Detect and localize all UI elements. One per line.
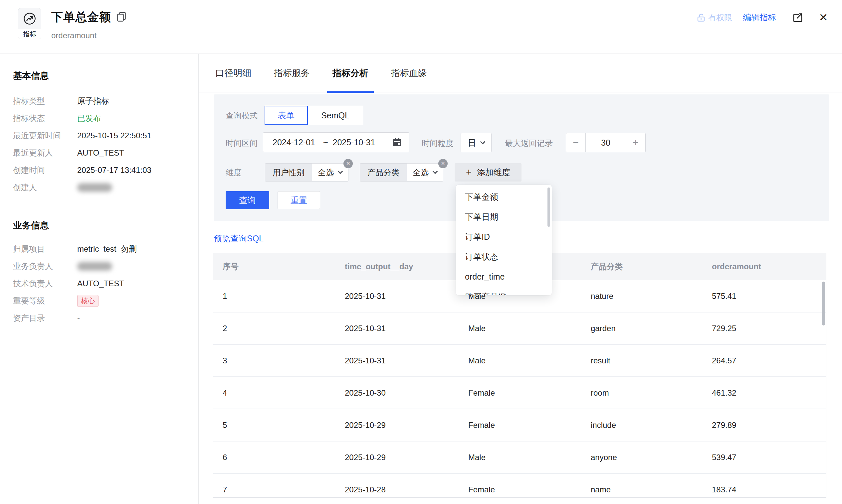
metric-type-badge: 指标: [18, 8, 41, 39]
table-cell: result: [566, 345, 689, 376]
field-label: 指标状态: [13, 113, 77, 124]
tab-口径明细[interactable]: 口径明细: [215, 54, 251, 92]
mode-option-SemQL[interactable]: SemQL: [308, 106, 363, 125]
open-in-window-icon[interactable]: [792, 12, 803, 23]
table-cell: 2025-10-31: [328, 345, 443, 376]
table-cell: 729.25: [689, 312, 825, 344]
metric-trend-icon: [18, 8, 41, 29]
table-row: 52025-10-29Femaleinclude279.89: [213, 409, 826, 442]
dropdown-item[interactable]: 订单状态: [456, 247, 552, 267]
tab-指标血缘[interactable]: 指标血缘: [391, 54, 427, 92]
field-row: 重要等级核心: [13, 292, 192, 309]
table-cell: Male: [443, 442, 566, 473]
max-records-label: 最大返回记录: [505, 138, 553, 149]
tab-指标分析[interactable]: 指标分析: [332, 54, 368, 92]
field-row: 指标类型原子指标: [13, 92, 192, 110]
permission-label: 有权限: [708, 12, 732, 23]
importance-badge: 核心: [77, 295, 99, 307]
close-icon[interactable]: ✕: [819, 12, 828, 23]
field-label: 指标类型: [13, 96, 77, 106]
stepper-minus-button[interactable]: −: [566, 133, 586, 152]
add-dimension-dropdown: 下单金额下单日期订单ID订单状态order_time购买产品ID: [456, 185, 552, 295]
info-sidebar: 基本信息 指标类型原子指标指标状态已发布最近更新时间2025-10-15 22:…: [0, 54, 199, 504]
table-scrollbar[interactable]: [822, 282, 825, 325]
query-button[interactable]: 查询: [226, 191, 269, 209]
business-info-title: 业务信息: [13, 219, 49, 231]
table-cell: Male: [443, 345, 566, 376]
tab-bar: 口径明细指标服务指标分析指标血缘: [199, 54, 842, 92]
field-label: 技术负责人: [13, 278, 77, 289]
remove-dimension-icon[interactable]: ✕: [438, 159, 448, 168]
preview-sql-link[interactable]: 预览查询SQL: [214, 233, 263, 244]
table-row: 32025-10-31Maleresult264.57: [213, 345, 826, 377]
field-label: 业务负责人: [13, 261, 77, 272]
chevron-down-icon: [338, 169, 343, 174]
table-cell: room: [566, 377, 689, 409]
max-records-value[interactable]: 30: [585, 133, 626, 152]
query-mode-label: 查询模式: [226, 110, 258, 121]
dropdown-item[interactable]: 订单ID: [456, 227, 552, 247]
table-cell: garden: [566, 312, 689, 344]
edit-metric-link[interactable]: 编辑指标: [743, 12, 776, 23]
redacted-value: [77, 183, 112, 192]
field-value: metric_test_勿删: [77, 244, 137, 254]
plus-icon: +: [466, 167, 471, 178]
dropdown-item[interactable]: 下单日期: [456, 207, 552, 227]
table-row: 42025-10-30Femaleroom461.32: [213, 377, 826, 409]
field-label: 重要等级: [13, 295, 77, 306]
date-range-start: 2024-12-01: [273, 138, 315, 147]
table-cell: 1: [213, 280, 328, 312]
add-dimension-button[interactable]: +添加维度: [454, 163, 521, 181]
permission-indicator: 有权限: [696, 12, 732, 23]
table-cell: Female: [443, 409, 566, 441]
field-row: 指标状态已发布: [13, 110, 192, 127]
date-range-separator: ~: [323, 138, 328, 147]
field-row: 归属项目metric_test_勿删: [13, 240, 192, 258]
table-cell: 264.57: [689, 345, 825, 376]
dropdown-item[interactable]: 下单金额: [456, 187, 552, 207]
field-label: 归属项目: [13, 244, 77, 254]
granularity-value: 日: [468, 137, 476, 148]
field-row: 创建人: [13, 179, 192, 196]
field-label: 资产目录: [13, 313, 77, 323]
dimension-tags: 用户性别全选✕产品分类全选✕+添加维度: [265, 163, 521, 181]
table-cell: 2025-10-31: [328, 312, 443, 344]
dimension-tag: 用户性别全选✕: [265, 163, 348, 181]
field-label: 最近更新人: [13, 148, 77, 158]
dimension-selection[interactable]: 全选: [407, 164, 443, 181]
copy-icon[interactable]: [117, 11, 126, 22]
column-header: orderamount: [689, 253, 825, 280]
field-value: 原子指标: [77, 96, 109, 106]
table-cell: 5: [213, 409, 328, 441]
chevron-down-icon: [433, 169, 438, 174]
mode-option-表单[interactable]: 表单: [264, 106, 308, 125]
top-bar: 指标 下单总金额 orderamount 有权限 编辑指标: [0, 0, 842, 54]
table-cell: 2025-10-31: [328, 280, 443, 312]
table-cell: 2025-10-29: [328, 409, 443, 441]
table-cell: 461.32: [689, 377, 825, 409]
tab-指标服务[interactable]: 指标服务: [274, 54, 310, 92]
sidebar-divider: [13, 207, 186, 207]
granularity-select[interactable]: 日: [461, 133, 492, 152]
date-range-end: 2025-10-31: [333, 138, 375, 147]
dropdown-scrollbar[interactable]: [548, 187, 550, 227]
page-subtitle: orderamount: [51, 31, 126, 40]
dimension-tag: 产品分类全选✕: [360, 163, 443, 181]
table-cell: nature: [566, 280, 689, 312]
table-cell: 2025-10-28: [328, 474, 443, 498]
dropdown-item[interactable]: order_time: [456, 267, 552, 287]
date-range-input[interactable]: 2024-12-01 ~ 2025-10-31: [263, 132, 409, 152]
dimension-selection[interactable]: 全选: [312, 164, 348, 181]
remove-dimension-icon[interactable]: ✕: [343, 159, 353, 168]
basic-info-title: 基本信息: [13, 70, 49, 82]
table-row: 72025-10-28Femalename183.74: [213, 474, 826, 498]
table-cell: Male: [443, 312, 566, 344]
add-dimension-label: 添加维度: [477, 167, 510, 178]
table-cell: 2: [213, 312, 328, 344]
reset-button[interactable]: 重置: [278, 191, 320, 209]
dropdown-item[interactable]: 购买产品ID: [456, 287, 552, 295]
table-row: 62025-10-29Maleanyone539.47: [213, 442, 826, 474]
stepper-plus-button[interactable]: +: [626, 133, 646, 152]
field-value: 2025-07-17 13:41:03: [77, 165, 151, 175]
table-cell: 6: [213, 442, 328, 473]
